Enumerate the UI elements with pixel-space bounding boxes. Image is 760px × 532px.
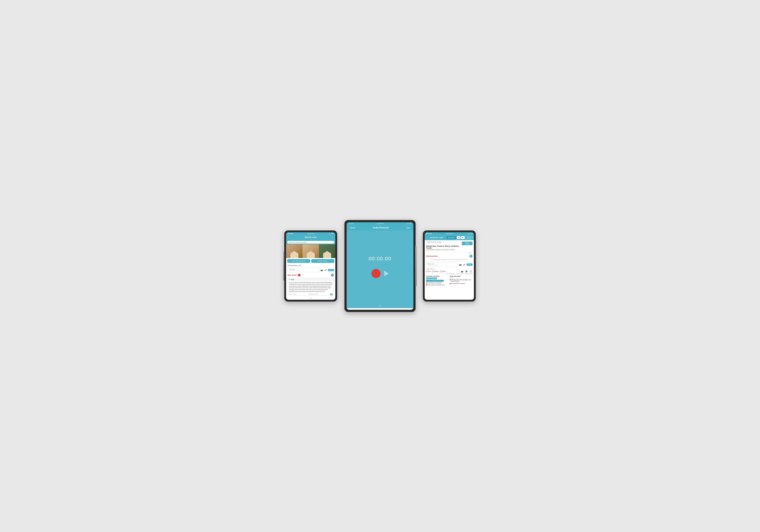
submit-button[interactable]: Submit [465, 236, 472, 239]
left-send-button[interactable]: Send [328, 269, 334, 271]
record-button[interactable] [371, 269, 381, 278]
add-warn-note-button[interactable]: + [331, 274, 334, 276]
center-scroll-down[interactable]: ∨ [347, 303, 413, 308]
left-search-input[interactable] [287, 241, 334, 244]
camera-icon-right[interactable]: 📷 [458, 263, 462, 266]
recorder-controls [371, 269, 389, 278]
action-buttons: Open Inspection Job House Listing [286, 258, 335, 264]
left-office-note-placeholder: Office Note [289, 268, 318, 270]
back-report-button[interactable]: Back Report [447, 236, 456, 239]
right-wifi-icon: ▲ [467, 233, 469, 234]
left-date: Tue 26 Oct [308, 233, 314, 234]
next-button[interactable]: ► [461, 236, 465, 239]
more-link[interactable]: More... [425, 252, 474, 254]
house-shape-2 [305, 250, 316, 258]
warn-notes-title: Warn Notes: [288, 274, 297, 276]
right-app-header: ‹ House No : 1323 Back Report ◄ ► Submit [425, 235, 474, 240]
email-checkbox-label[interactable]: Email [440, 270, 446, 272]
open-violation-dot-1 [450, 279, 451, 280]
left-office-note-input[interactable]: Office Note (Send audio or image) [288, 268, 319, 272]
address-archive-button[interactable]: Address Archive [462, 242, 472, 245]
owner-details: Michael Nycz Trustee & Sherry Leichtweis… [426, 245, 462, 251]
scene: 9:00 PM Tue 26 Oct ▲ 82% ‹ Disney Land ⋮ [261, 213, 499, 319]
left-time: 9:00 PM [288, 233, 293, 234]
photo-history-icon[interactable]: 🖼 [465, 270, 468, 273]
right-office-note-placeholder: Office Note [427, 263, 456, 265]
center-wifi-icon: ▲ [406, 223, 408, 224]
left-status-icons: ▲ 82% [329, 233, 334, 234]
warn-notes-count: 1 [298, 274, 301, 276]
notify-title: Notify Address [426, 268, 472, 269]
left-tablet-wrapper: 9:00 PM Tue 26 Oct ▲ 82% ‹ Disney Land ⋮ [284, 230, 337, 302]
add-running-note-button[interactable]: + [469, 255, 472, 258]
right-app-title: House No : 1323 [430, 237, 443, 238]
left-status-bar: 9:00 PM Tue 26 Oct ▲ 82% [286, 232, 335, 235]
back-arrow-icon[interactable]: ‹ [288, 236, 288, 238]
owner-info: Michael Nycz Trustee & Sherry Leichtweis… [425, 244, 474, 252]
add-new-violation-button[interactable]: Add New Violation [426, 277, 437, 279]
camera-icon-notify[interactable]: 📷 [460, 270, 464, 273]
owner-address: 1323 Via Nascona Way Sun City Center, Fl… [426, 249, 462, 251]
mic-icon-right[interactable]: 🎤 [463, 263, 466, 266]
warn-notes-title-row: Warn Notes: 1 [288, 274, 301, 276]
add-violation-text-1: Yard needs to be polished [428, 282, 442, 284]
photo-history-label: Photo History [456, 273, 463, 274]
right-status-icons: ▲ 82% [467, 233, 472, 234]
attorney-label: Attorney [434, 271, 439, 272]
cert-checkbox-label[interactable]: Cert [426, 270, 431, 272]
right-tablet-screen: 9:41 PM Tue 26 Oct ▲ 82% ‹ House No : 13… [425, 232, 474, 300]
play-button[interactable] [384, 271, 389, 276]
open-violation-address[interactable]: 12234/A [450, 277, 472, 278]
right-back-arrow-icon[interactable]: ‹ [426, 236, 427, 239]
action-icons-row: 📷 🖼 📋 [460, 270, 472, 273]
open-violation-item-1: Parking on the street overnight on the s… [450, 279, 472, 282]
house-listing-button[interactable]: House Listing [311, 259, 334, 263]
cancel-button[interactable]: Cancel [350, 227, 355, 229]
left-scroll-down[interactable]: ∨ [286, 296, 335, 300]
violation-history-icon[interactable]: 📋 [469, 270, 472, 273]
empty-notes-text: No running notes available, you can add … [426, 258, 472, 261]
add-violation-text-2: Rocks may not be painted on lot [428, 284, 445, 286]
note-card: ▼ Test Hi can you get free download down… [288, 278, 334, 296]
email-checkbox[interactable] [440, 270, 442, 272]
house-shape-1 [289, 250, 300, 258]
flag-customer-violation-button[interactable]: FLAG AS CUSTOMER VIOLATION [426, 280, 444, 282]
cert-checkbox[interactable] [426, 270, 428, 272]
warn-notes-header: Warn Notes: 1 + [286, 273, 335, 277]
battery-icon: 82% [331, 233, 334, 234]
prev-button[interactable]: ◄ [457, 236, 460, 239]
note-footer: Author: A. Teller 8/09/2021 6:07 PM ⚑ [288, 293, 334, 296]
note-card-header: ▼ Test [288, 278, 334, 281]
note-date: 8/09/2021 6:07 PM [309, 294, 318, 295]
open-violation-title: OPEN VIOLATION [450, 276, 472, 277]
violation-history-label: Violation History [465, 273, 472, 274]
right-send-button[interactable]: Send [467, 264, 472, 266]
running-notes-title: Running Notes [426, 255, 438, 257]
center-tablet: 7:41 PM Tue 26 Oct ▲ 52% Cancel Audio Re… [345, 220, 415, 312]
center-battery-icon: 52% [408, 223, 411, 224]
right-office-note-input[interactable]: Office Note (Send audio or image) [426, 263, 458, 267]
open-inspection-button[interactable]: Open Inspection Job [287, 259, 310, 263]
save-button[interactable]: Save [406, 227, 410, 229]
menu-dots-icon[interactable]: ⋮ [332, 236, 334, 238]
email-label: Email [442, 271, 446, 272]
right-office-note-row: Office Note (Send audio or image) 📷 🎤 Se… [425, 262, 474, 267]
right-tablet: 9:41 PM Tue 26 Oct ▲ 82% ‹ House No : 13… [423, 230, 476, 302]
wifi-icon: ▲ [329, 233, 330, 234]
left-app-header: ‹ Disney Land ⋮ [286, 235, 335, 239]
note-flag: ⚑ [330, 294, 333, 295]
right-nav-buttons: Back Report ◄ ► Submit [447, 236, 472, 239]
mic-icon-left[interactable]: 🎤 [324, 268, 327, 272]
add-violation-section: ADD NEW VIOLATION Add New Violation FLAG… [426, 276, 449, 286]
recorder-body: 00:00.00 [347, 230, 413, 303]
collapse-arrow-icon[interactable]: ▼ [289, 279, 290, 280]
attorney-checkbox-label[interactable]: Attorney [432, 270, 439, 272]
left-tablet: 9:00 PM Tue 26 Oct ▲ 82% ‹ Disney Land ⋮ [284, 230, 337, 302]
job-info-value: NA [299, 265, 301, 266]
notify-section: Notify Address Cert Attorney [425, 267, 474, 275]
job-info-label: Job Name/Date : [288, 265, 299, 266]
notify-row: Cert Attorney Email 📷 🖼 [426, 270, 472, 273]
attorney-checkbox[interactable] [432, 270, 434, 272]
running-notes-section: Running Notes + No running notes availab… [425, 254, 474, 262]
camera-icon-left[interactable]: 📷 [320, 268, 323, 272]
